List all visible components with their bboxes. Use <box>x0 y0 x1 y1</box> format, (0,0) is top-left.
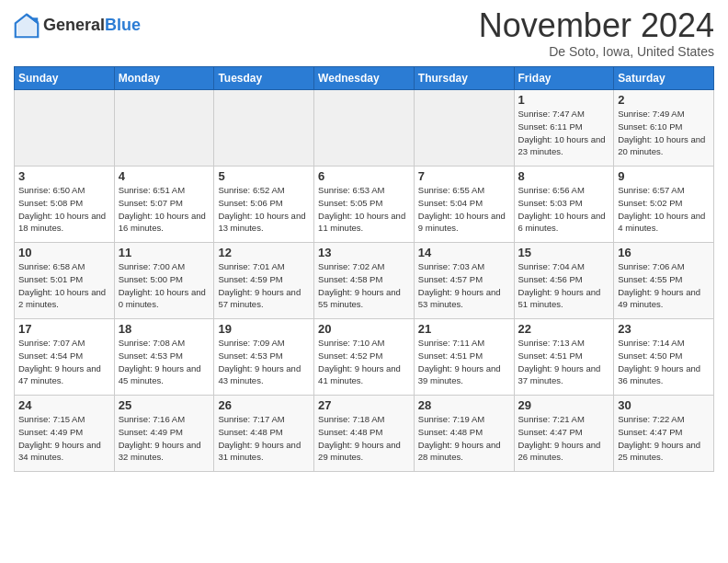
day-info: Sunrise: 7:04 AM Sunset: 4:56 PM Dayligh… <box>518 260 610 311</box>
day-cell: 16Sunrise: 7:06 AM Sunset: 4:55 PM Dayli… <box>614 243 714 319</box>
day-info: Sunrise: 6:56 AM Sunset: 5:03 PM Dayligh… <box>518 184 610 235</box>
day-info: Sunrise: 7:13 AM Sunset: 4:51 PM Dayligh… <box>518 337 610 387</box>
day-info: Sunrise: 7:11 AM Sunset: 4:51 PM Dayligh… <box>418 337 510 387</box>
day-cell: 1Sunrise: 7:47 AM Sunset: 6:11 PM Daylig… <box>514 90 614 167</box>
day-number: 13 <box>318 246 410 259</box>
day-cell: 20Sunrise: 7:10 AM Sunset: 4:52 PM Dayli… <box>314 319 415 396</box>
day-number: 26 <box>218 398 310 412</box>
day-info: Sunrise: 7:06 AM Sunset: 4:55 PM Dayligh… <box>618 260 710 311</box>
logo: GeneralBlue <box>14 13 141 39</box>
day-cell: 22Sunrise: 7:13 AM Sunset: 4:51 PM Dayli… <box>514 319 614 396</box>
day-info: Sunrise: 7:10 AM Sunset: 4:52 PM Dayligh… <box>318 337 410 387</box>
day-number: 21 <box>418 322 510 336</box>
header: GeneralBlue November 2024 De Soto, Iowa,… <box>14 9 714 59</box>
day-cell: 12Sunrise: 7:01 AM Sunset: 4:59 PM Dayli… <box>214 243 314 319</box>
day-cell <box>214 90 314 167</box>
day-cell <box>414 90 514 167</box>
day-cell <box>114 90 214 167</box>
day-number: 20 <box>318 322 410 336</box>
day-number: 28 <box>418 398 510 412</box>
day-info: Sunrise: 6:53 AM Sunset: 5:05 PM Dayligh… <box>318 184 410 235</box>
day-info: Sunrise: 6:51 AM Sunset: 5:07 PM Dayligh… <box>119 184 210 235</box>
day-info: Sunrise: 7:19 AM Sunset: 4:48 PM Dayligh… <box>418 413 510 464</box>
day-number: 14 <box>418 246 510 259</box>
day-cell: 2Sunrise: 7:49 AM Sunset: 6:10 PM Daylig… <box>614 90 714 167</box>
day-number: 30 <box>618 398 710 412</box>
weekday-header-thursday: Thursday <box>414 67 514 90</box>
day-info: Sunrise: 7:47 AM Sunset: 6:11 PM Dayligh… <box>518 108 610 158</box>
day-info: Sunrise: 7:18 AM Sunset: 4:48 PM Dayligh… <box>318 413 410 464</box>
day-info: Sunrise: 7:01 AM Sunset: 4:59 PM Dayligh… <box>218 260 310 311</box>
day-number: 19 <box>218 322 310 336</box>
day-number: 27 <box>318 398 410 412</box>
weekday-header-tuesday: Tuesday <box>214 67 314 90</box>
location: De Soto, Iowa, United States <box>479 44 714 59</box>
weekday-header-wednesday: Wednesday <box>314 67 415 90</box>
day-number: 3 <box>18 169 110 183</box>
weekday-header-row: SundayMondayTuesdayWednesdayThursdayFrid… <box>15 67 714 90</box>
day-cell: 17Sunrise: 7:07 AM Sunset: 4:54 PM Dayli… <box>15 319 115 396</box>
day-info: Sunrise: 7:15 AM Sunset: 4:49 PM Dayligh… <box>18 413 110 464</box>
day-info: Sunrise: 7:16 AM Sunset: 4:49 PM Dayligh… <box>119 413 210 464</box>
day-cell: 13Sunrise: 7:02 AM Sunset: 4:58 PM Dayli… <box>314 243 415 319</box>
day-cell: 11Sunrise: 7:00 AM Sunset: 5:00 PM Dayli… <box>114 243 214 319</box>
day-cell: 29Sunrise: 7:21 AM Sunset: 4:47 PM Dayli… <box>514 396 614 472</box>
day-cell <box>314 90 415 167</box>
month-title: November 2024 <box>479 9 714 42</box>
day-number: 17 <box>18 322 110 336</box>
day-number: 15 <box>518 246 610 259</box>
day-cell: 15Sunrise: 7:04 AM Sunset: 4:56 PM Dayli… <box>514 243 614 319</box>
day-cell <box>15 90 115 167</box>
day-number: 6 <box>318 169 410 183</box>
day-cell: 27Sunrise: 7:18 AM Sunset: 4:48 PM Dayli… <box>314 396 415 472</box>
day-number: 8 <box>518 169 610 183</box>
day-info: Sunrise: 7:22 AM Sunset: 4:47 PM Dayligh… <box>618 413 710 464</box>
week-row-3: 10Sunrise: 6:58 AM Sunset: 5:01 PM Dayli… <box>15 243 714 319</box>
day-number: 24 <box>18 398 110 412</box>
day-number: 23 <box>618 322 710 336</box>
day-cell: 23Sunrise: 7:14 AM Sunset: 4:50 PM Dayli… <box>614 319 714 396</box>
weekday-header-monday: Monday <box>114 67 214 90</box>
day-cell: 5Sunrise: 6:52 AM Sunset: 5:06 PM Daylig… <box>214 167 314 243</box>
day-number: 22 <box>518 322 610 336</box>
day-info: Sunrise: 7:09 AM Sunset: 4:53 PM Dayligh… <box>218 337 310 387</box>
day-cell: 24Sunrise: 7:15 AM Sunset: 4:49 PM Dayli… <box>15 396 115 472</box>
day-cell: 8Sunrise: 6:56 AM Sunset: 5:03 PM Daylig… <box>514 167 614 243</box>
day-info: Sunrise: 7:07 AM Sunset: 4:54 PM Dayligh… <box>18 337 110 387</box>
day-cell: 21Sunrise: 7:11 AM Sunset: 4:51 PM Dayli… <box>414 319 514 396</box>
title-block: November 2024 De Soto, Iowa, United Stat… <box>479 9 714 59</box>
day-info: Sunrise: 7:08 AM Sunset: 4:53 PM Dayligh… <box>119 337 210 387</box>
week-row-2: 3Sunrise: 6:50 AM Sunset: 5:08 PM Daylig… <box>15 167 714 243</box>
day-cell: 26Sunrise: 7:17 AM Sunset: 4:48 PM Dayli… <box>214 396 314 472</box>
day-cell: 14Sunrise: 7:03 AM Sunset: 4:57 PM Dayli… <box>414 243 514 319</box>
day-info: Sunrise: 7:21 AM Sunset: 4:47 PM Dayligh… <box>518 413 610 464</box>
day-number: 11 <box>119 246 210 259</box>
day-number: 2 <box>618 93 710 107</box>
day-cell: 6Sunrise: 6:53 AM Sunset: 5:05 PM Daylig… <box>314 167 415 243</box>
day-info: Sunrise: 6:58 AM Sunset: 5:01 PM Dayligh… <box>18 260 110 311</box>
day-number: 7 <box>418 169 510 183</box>
day-cell: 28Sunrise: 7:19 AM Sunset: 4:48 PM Dayli… <box>414 396 514 472</box>
calendar-table: SundayMondayTuesdayWednesdayThursdayFrid… <box>14 66 714 472</box>
day-cell: 7Sunrise: 6:55 AM Sunset: 5:04 PM Daylig… <box>414 167 514 243</box>
day-info: Sunrise: 7:03 AM Sunset: 4:57 PM Dayligh… <box>418 260 510 311</box>
day-number: 25 <box>119 398 210 412</box>
day-number: 10 <box>18 246 110 259</box>
day-info: Sunrise: 7:17 AM Sunset: 4:48 PM Dayligh… <box>218 413 310 464</box>
day-number: 4 <box>119 169 210 183</box>
week-row-5: 24Sunrise: 7:15 AM Sunset: 4:49 PM Dayli… <box>15 396 714 472</box>
day-cell: 3Sunrise: 6:50 AM Sunset: 5:08 PM Daylig… <box>15 167 115 243</box>
day-info: Sunrise: 6:55 AM Sunset: 5:04 PM Dayligh… <box>418 184 510 235</box>
logo-icon <box>14 13 40 39</box>
logo-name: GeneralBlue <box>43 17 141 35</box>
day-number: 12 <box>218 246 310 259</box>
day-info: Sunrise: 7:02 AM Sunset: 4:58 PM Dayligh… <box>318 260 410 311</box>
day-info: Sunrise: 6:52 AM Sunset: 5:06 PM Dayligh… <box>218 184 310 235</box>
day-number: 16 <box>618 246 710 259</box>
weekday-header-friday: Friday <box>514 67 614 90</box>
day-cell: 30Sunrise: 7:22 AM Sunset: 4:47 PM Dayli… <box>614 396 714 472</box>
main-container: GeneralBlue November 2024 De Soto, Iowa,… <box>0 0 728 477</box>
day-cell: 9Sunrise: 6:57 AM Sunset: 5:02 PM Daylig… <box>614 167 714 243</box>
day-number: 18 <box>119 322 210 336</box>
day-number: 29 <box>518 398 610 412</box>
